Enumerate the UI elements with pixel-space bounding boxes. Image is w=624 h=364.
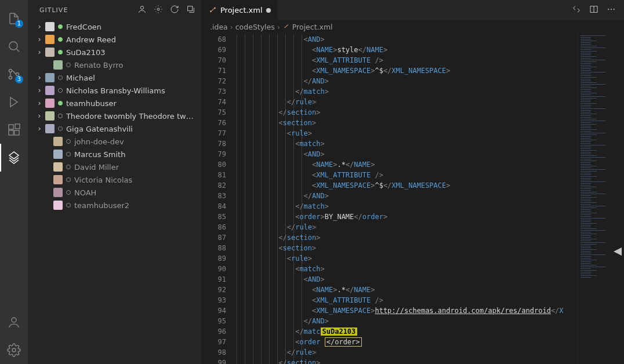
user-name: Marcus Smith (74, 150, 125, 159)
avatar (45, 35, 55, 44)
status-indicator-icon (66, 190, 71, 195)
svg-rect-12 (188, 6, 193, 11)
compare-changes-icon[interactable] (572, 5, 581, 16)
user-row[interactable]: ›Victoria Nicolas (28, 173, 201, 186)
explorer-icon[interactable]: 1 (0, 5, 28, 32)
tab-bar: Project.xml (202, 0, 624, 20)
user-row[interactable]: ›Nicholas Bransby-Williams (28, 84, 201, 97)
line-number-gutter: 6869707172737475767778798081828384858687… (202, 33, 237, 364)
refresh-icon[interactable] (170, 5, 179, 16)
status-indicator-icon (66, 152, 71, 156)
svg-point-17 (611, 9, 612, 10)
user-row[interactable]: ›David Miller (28, 161, 201, 173)
status-indicator-icon (66, 165, 71, 169)
user-name: David Miller (74, 163, 119, 172)
user-row[interactable]: ›john-doe-dev (28, 135, 201, 148)
svg-rect-5 (9, 130, 13, 135)
more-actions-icon[interactable] (607, 5, 616, 16)
user-name: john-doe-dev (74, 137, 124, 146)
breadcrumb-item[interactable]: .idea (210, 23, 228, 31)
status-indicator-icon (58, 50, 63, 54)
avatar (53, 137, 63, 146)
avatar (53, 150, 63, 159)
accounts-icon[interactable] (137, 5, 147, 16)
editor-area: Project.xml .idea › codeStyles › Project… (202, 0, 624, 364)
user-row[interactable]: ›Michael (28, 71, 201, 84)
activity-bar: 1 3 (0, 0, 28, 364)
user-row[interactable]: ›FredCoen (28, 20, 201, 33)
accounts-icon[interactable] (0, 308, 28, 336)
user-row[interactable]: ›Theodore twombly Theodore two… (28, 110, 201, 122)
status-indicator-icon (66, 203, 71, 208)
user-name: Giga Gatenashvili (66, 125, 133, 133)
sidebar: GITLIVE ›FredCoen›Andrew Reed›SuDa2103›R… (28, 0, 202, 364)
svg-rect-7 (15, 124, 20, 129)
chevron-right-icon: › (35, 34, 44, 43)
chevron-right-icon: › (35, 85, 44, 94)
run-debug-icon[interactable] (0, 88, 28, 116)
avatar (45, 111, 55, 121)
status-indicator-icon (58, 75, 63, 80)
user-name: FredCoen (66, 23, 101, 31)
svg-point-0 (9, 42, 17, 50)
user-name: Victoria Nicolas (74, 176, 132, 184)
status-indicator-icon (58, 24, 63, 29)
code-view[interactable]: 6869707172737475767778798081828384858687… (202, 33, 624, 364)
svg-point-8 (12, 318, 16, 322)
user-row[interactable]: ›NOAH (28, 186, 201, 199)
user-name: teamhubuser (66, 99, 117, 108)
avatar (45, 22, 55, 31)
avatar (45, 48, 55, 57)
settings-gear-icon[interactable] (0, 336, 28, 364)
user-row[interactable]: ›Renato Byrro (28, 59, 201, 71)
user-row[interactable]: ›teamhubuser (28, 97, 201, 110)
avatar (53, 201, 63, 210)
svg-point-2 (9, 77, 12, 79)
collapse-icon[interactable] (186, 5, 195, 16)
chevron-right-icon: › (35, 111, 44, 120)
svg-rect-6 (14, 130, 19, 135)
extensions-icon[interactable] (0, 116, 28, 144)
sidebar-title: GITLIVE (39, 6, 137, 14)
source-control-icon[interactable]: 3 (0, 60, 28, 88)
gitlive-icon[interactable] (0, 144, 28, 172)
chevron-right-icon: › (35, 47, 44, 56)
status-indicator-icon (58, 114, 63, 118)
minimap[interactable] (578, 33, 624, 364)
user-row[interactable]: ›Giga Gatenashvili (28, 122, 201, 135)
search-icon[interactable] (0, 32, 28, 60)
split-editor-icon[interactable] (589, 5, 598, 16)
tab-project-xml[interactable]: Project.xml (202, 0, 278, 20)
status-indicator-icon (58, 126, 63, 131)
chevron-right-icon: › (35, 72, 44, 82)
chevron-right-icon: › (35, 21, 44, 31)
chevron-right-icon: › (277, 23, 280, 31)
gear-icon[interactable] (154, 5, 163, 16)
breadcrumb-item[interactable]: Project.xml (292, 23, 333, 31)
status-indicator-icon (58, 88, 63, 93)
svg-point-13 (211, 10, 212, 12)
svg-point-18 (614, 9, 615, 10)
breadcrumb-item[interactable]: codeStyles (235, 23, 275, 31)
chevron-right-icon: › (35, 123, 44, 133)
svg-point-11 (157, 8, 159, 10)
scm-badge: 3 (15, 75, 23, 83)
user-name: SuDa2103 (66, 48, 106, 57)
code-content[interactable]: <AND> <NAME>style</NAME> <XML_ATTRIBUTE … (237, 33, 578, 364)
status-indicator-icon (58, 101, 63, 105)
svg-point-1 (9, 70, 12, 72)
chevron-right-icon: › (35, 98, 44, 107)
user-row[interactable]: ›SuDa2103 (28, 46, 201, 59)
user-row[interactable]: ›Andrew Reed (28, 33, 201, 46)
presence-cursor: SuDa2103 (321, 327, 358, 336)
user-row[interactable]: ›teamhubuser2 (28, 199, 201, 212)
avatar (45, 73, 55, 82)
status-indicator-icon (66, 139, 71, 144)
avatar (53, 60, 63, 70)
user-row[interactable]: ›Marcus Smith (28, 148, 201, 161)
tab-label: Project.xml (220, 6, 263, 14)
svg-point-9 (12, 348, 16, 352)
breadcrumbs[interactable]: .idea › codeStyles › Project.xml (202, 20, 624, 33)
svg-point-10 (140, 6, 143, 9)
user-name: Theodore twombly Theodore two… (66, 112, 198, 121)
